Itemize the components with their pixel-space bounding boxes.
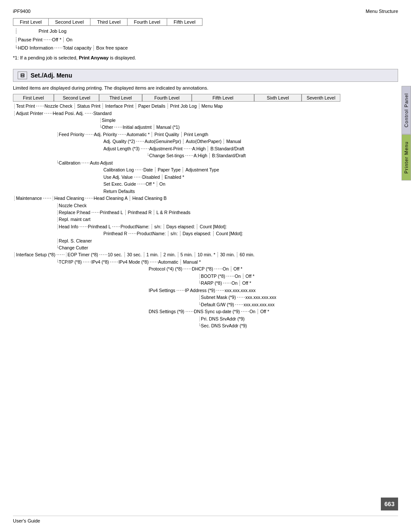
col-h-2: Second Level: [54, 94, 99, 102]
footnote: *1: If a pending job is selected, Print …: [13, 55, 398, 60]
row-adj-quality: Adj. Quality (*2) ····· Auto(GenuinePpr)…: [13, 138, 398, 145]
section-title: Set./Adj. Menu: [31, 72, 72, 79]
row-default-gw: └ Default G/W (*9) ····· xxx.xxx.xxx.xxx: [13, 301, 398, 308]
row-adjust-length: Adjust Length (*3) ····· Adjustment-Prin…: [13, 145, 398, 152]
col-h-4: Fourth Level: [142, 94, 192, 102]
row-test-print: ┊ Test Print ····· Nozzle Check ┊ Status…: [13, 103, 398, 110]
row-calibration-log: Calibration Log ····· Date ┊ Paper Type …: [13, 166, 398, 174]
row-other: └ Other ····· Initial adjustmt ┊ Manual …: [13, 124, 398, 131]
menu-structure-label: Menu Structure: [366, 9, 398, 14]
row-use-adj-value: Use Adj. Value ····· Disabled ┊ Enabled …: [13, 174, 398, 181]
row-bootp: ┊ BOOTP (*8) ····· On ┊ Off *: [13, 273, 398, 280]
row-feed-priority: ┊ Feed Priority ····· Adj. Priority ····…: [13, 131, 398, 138]
menu-body: ┊ Test Print ····· Nozzle Check ┊ Status…: [13, 103, 398, 329]
row-ipv4-settings: IPv4 Settings ····· IP Address (*9) ····…: [13, 287, 398, 294]
control-panel-label: Control Panel: [402, 86, 411, 134]
row-protocol: Protocol (*4) (*8) ····· DHCP (*8) ·····…: [13, 265, 398, 273]
right-labels: Control Panel Printer Menu: [402, 86, 411, 180]
row-print-job-log: ┊ Test Print Print Job Log: [15, 27, 398, 36]
row-nozzle-check: ┊ Nozzle Check: [13, 202, 398, 209]
col-fourth-level: Fourth Level: [127, 19, 167, 26]
row-calibration: └ Calibration ····· Auto Adjust: [13, 159, 398, 167]
row-simple: ┊ Simple: [13, 117, 398, 124]
row-interface-setup: ┊ Interface Setup (*8) ····· ┊ EOP Timer…: [13, 251, 398, 258]
row-adjust-printer: ┊ Adjust Printer ····· Head Posi. Adj. ·…: [13, 110, 398, 117]
printer-menu-label: Printer Menu: [402, 134, 411, 180]
row-subnet-mask: ┊ Subnet Mask (*9) ····· xxx.xxx.xxx.xxx: [13, 294, 398, 301]
section-icon: ⊟: [18, 72, 27, 79]
row-replace-phead: ┊ Replace P.head ····· Printhead L ┊ Pri…: [13, 209, 398, 216]
col-h-5: Fifth Level: [192, 94, 254, 102]
page-header: iPF9400 Menu Structure: [13, 9, 398, 14]
top-level-table: First Level Second Level Third Level Fou…: [13, 18, 202, 26]
row-change-settings: └ Change Set-tings ····· A:High ┊ B:Stan…: [13, 152, 398, 159]
row-hdd-info: └ HDD Information ····· Total capacity ┊…: [15, 44, 398, 53]
product-name: iPF9400: [13, 9, 31, 14]
col-h-7: Seventh Level: [302, 94, 340, 102]
row-tcpip: └ TCP/IP (*8) ····· IPv4 (*8) ····· IPv4…: [13, 258, 398, 266]
row-head-info: ┊ Head Info ····· Printhead L ····· Prod…: [13, 223, 398, 230]
row-sec-dns: └ Sec. DNS SrvAddr (*9): [13, 322, 398, 329]
col-first-level: First Level: [13, 19, 49, 26]
col-h-3: Third Level: [99, 94, 142, 102]
row-repl-s-cleaner: ┊ Repl. S. Cleaner: [13, 237, 398, 244]
col-second-level: Second Level: [48, 19, 90, 26]
page: iPF9400 Menu Structure First Level Secon…: [0, 0, 411, 532]
section-header: ⊟ Set./Adj. Menu: [13, 69, 398, 82]
row-maintenance: ┊ Maintenance ····· ┊ Head Cleaning ····…: [13, 195, 398, 202]
page-number: 663: [381, 498, 398, 510]
section-desc: Limited items are displayed during print…: [13, 85, 398, 90]
row-rarp: └ RARP (*8) ····· On ┊ Off *: [13, 280, 398, 287]
page-footer: User's Guide: [13, 516, 398, 523]
row-change-cutter: └ Change Cutter: [13, 244, 398, 251]
row-head-info-r: Printhead R ····· ProductName: ┊ s/n: ┊ …: [13, 230, 398, 237]
row-pri-dns: ┊ Pri. DNS SrvAddr (*9): [13, 315, 398, 322]
col-h-6: Sixth Level: [254, 94, 302, 102]
col-third-level: Third Level: [90, 19, 127, 26]
footer-left: User's Guide: [13, 518, 40, 523]
row-pause-print: ┊ Pause Print ····· Off * ┊ On: [15, 36, 398, 44]
row-set-exec-guide: Set Exec. Guide ····· Off * ┊ On: [13, 180, 398, 188]
col-fifth-level: Fifth Level: [167, 19, 202, 26]
row-dns-settings: DNS Settings (*9) ····· DNS Sync up-date…: [13, 308, 398, 315]
menu-col-headers: First Level Second Level Third Level Fou…: [13, 94, 398, 102]
row-return-defaults: Return Defaults: [13, 188, 398, 195]
row-repl-maint-cart: ┊ Repl. maint cart: [13, 216, 398, 223]
col-h-1: First Level: [13, 94, 54, 102]
